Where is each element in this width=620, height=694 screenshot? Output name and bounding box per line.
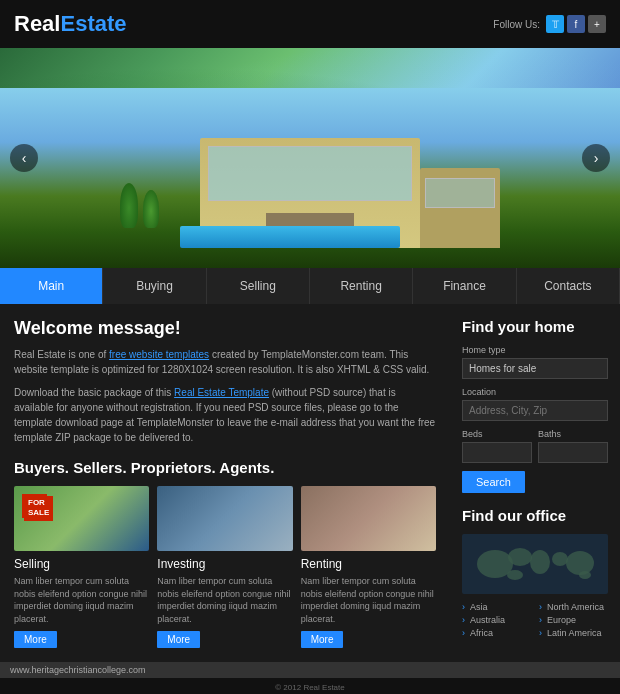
tree-2 [143,190,159,228]
find-home-title: Find your home [462,318,608,335]
nav-bar: Main Buying Selling Renting Finance Cont… [0,268,620,304]
card-selling-title: Selling [14,557,149,571]
tree-1 [120,183,138,228]
svg-point-7 [579,571,591,579]
follow-label: Follow Us: [493,19,540,30]
main-content: Welcome message! Real Estate is one of f… [0,304,620,662]
home-type-label: Home type [462,345,608,355]
card-selling-text: Nam liber tempor cum soluta nobis eleife… [14,575,149,625]
office-col-1: Asia Australia Africa [462,602,531,641]
find-office-title: Find our office [462,507,608,524]
beds-label: Beds [462,429,532,439]
svg-point-6 [507,570,523,580]
card-investing-title: Investing [157,557,292,571]
hero-pool [180,226,400,248]
cards-container: FORSALE Selling Nam liber tempor cum sol… [14,486,436,648]
beds-select[interactable] [462,442,532,463]
region-asia: Asia [462,602,531,612]
location-input[interactable] [462,400,608,421]
office-col-2: North America Europe Latin America [539,602,608,641]
location-label: Location [462,387,608,397]
hero-image: ‹ › [0,48,620,268]
card-renting-title: Renting [301,557,436,571]
hero-window [208,146,412,201]
card-renting-image [301,486,436,551]
welcome-title: Welcome message! [14,318,436,339]
region-australia: Australia [462,615,531,625]
world-svg [465,537,605,591]
follow-us: Follow Us: 𝕋 f + [493,15,606,33]
nav-buying[interactable]: Buying [103,268,206,304]
social-icons: 𝕋 f + [546,15,606,33]
twitter-icon[interactable]: 𝕋 [546,15,564,33]
beds-group: Beds [462,429,532,463]
hero-next-button[interactable]: › [582,144,610,172]
footer-copyright: © 2012 Real Estate [275,683,345,692]
card-selling-image: FORSALE [14,486,149,551]
region-north-america: North America [539,602,608,612]
header: RealEstate Follow Us: 𝕋 f + [0,0,620,48]
card-investing-text: Nam liber tempor cum soluta nobis eleife… [157,575,292,625]
facebook-icon[interactable]: f [567,15,585,33]
svg-point-2 [508,548,532,566]
home-type-select[interactable]: Homes for sale [462,358,608,379]
footer-url: www.heritagechristiancollege.com [10,665,146,675]
welcome-text-2: Download the basic package of this Real … [14,385,436,445]
logo-real: Real [14,11,60,37]
nav-finance[interactable]: Finance [413,268,516,304]
card-selling: FORSALE Selling Nam liber tempor cum sol… [14,486,149,648]
footer-bar: www.heritagechristiancollege.com [0,662,620,678]
card-renting-more-button[interactable]: More [301,631,344,648]
card-investing: Investing Nam liber tempor cum soluta no… [157,486,292,648]
nav-selling[interactable]: Selling [207,268,310,304]
template-link[interactable]: Real Estate Template [174,387,269,398]
hero-side-building [420,168,500,248]
card-investing-image [157,486,292,551]
hero-side-window [425,178,495,208]
svg-point-4 [552,552,568,566]
office-map [462,534,608,594]
card-selling-more-button[interactable]: More [14,631,57,648]
region-latin-america: Latin America [539,628,608,638]
office-regions: Asia Australia Africa North America Euro… [462,602,608,641]
logo-estate: Estate [60,11,126,37]
svg-point-5 [566,551,594,575]
right-column: Find your home Home type Homes for sale … [450,304,620,662]
baths-label: Baths [538,429,608,439]
baths-select[interactable] [538,442,608,463]
hero-trees [120,183,159,228]
hero-scene [120,118,500,248]
nav-main[interactable]: Main [0,268,103,304]
for-sale-badge: FORSALE [22,494,47,518]
nav-renting[interactable]: Renting [310,268,413,304]
welcome-text-1: Real Estate is one of free website templ… [14,347,436,377]
section-title: Buyers. Sellers. Proprietors. Agents. [14,459,436,476]
hero-prev-button[interactable]: ‹ [10,144,38,172]
region-africa: Africa [462,628,531,638]
plus-icon[interactable]: + [588,15,606,33]
baths-group: Baths [538,429,608,463]
card-investing-more-button[interactable]: More [157,631,200,648]
search-button[interactable]: Search [462,471,525,493]
footer-bottom: © 2012 Real Estate Website Template by T… [0,678,620,694]
svg-point-3 [530,550,550,574]
left-column: Welcome message! Real Estate is one of f… [0,304,450,662]
card-renting-text: Nam liber tempor cum soluta nobis eleife… [301,575,436,625]
world-map-icon [462,534,608,594]
free-templates-link[interactable]: free website templates [109,349,209,360]
logo: RealEstate [14,11,127,37]
region-europe: Europe [539,615,608,625]
card-renting: Renting Nam liber tempor cum soluta nobi… [301,486,436,648]
nav-contacts[interactable]: Contacts [517,268,620,304]
beds-baths-row: Beds Baths [462,429,608,463]
